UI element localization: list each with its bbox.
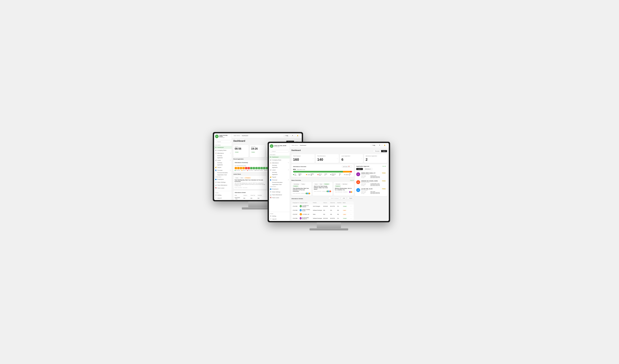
- front-sidebar-personal[interactable]: 👤 Personal ▾: [269, 179, 290, 181]
- front-sidebar-leave[interactable]: 🏖 Leave ▾: [269, 168, 290, 171]
- front-row1-more[interactable]: ···: [350, 205, 352, 207]
- back-personal-label: Personal: [217, 169, 223, 171]
- front-news-3-avatars: A B: [350, 191, 352, 193]
- front-sidebar-news-settings[interactable]: ⚙ News Settings: [269, 190, 290, 193]
- back-sidebar-logout[interactable]: ↩ Log out: [214, 196, 232, 199]
- front-employee-search[interactable]: ⌕ Search employee: [328, 197, 340, 199]
- back-help-label: Help: [286, 135, 288, 136]
- front-row2-more[interactable]: ···: [350, 210, 352, 211]
- front-attendance-summary[interactable]: Summary: [269, 164, 290, 166]
- front-sidebar-team-attendance[interactable]: 📊 Team Attendance: [269, 193, 290, 196]
- back-help-btn[interactable]: ? Help: [283, 134, 290, 137]
- front-row4-action[interactable]: ···: [350, 217, 352, 219]
- back-sidebar-team-attendance[interactable]: 📊 Team Attendance: [214, 184, 232, 186]
- front-payroll-label: Payroll: [272, 176, 276, 178]
- front-sidebar-attendance[interactable]: 📋 Attendance ▾: [269, 161, 290, 164]
- front-sidebar-team-leave[interactable]: 📆 Team Leave: [269, 196, 290, 199]
- back-sidebar-dashboard[interactable]: ⊞ Dashboard: [214, 146, 232, 149]
- back-sidebar-setting[interactable]: ⚙ Setting: [214, 194, 232, 196]
- back-sidebar-personal[interactable]: 👤 Personal ▾: [214, 169, 232, 172]
- front-sidebar-payroll[interactable]: 💰 Payroll: [269, 176, 290, 179]
- front-news-2-tags: Survey Event Published: [314, 183, 331, 185]
- back-leave-application[interactable]: Application: [214, 164, 232, 166]
- front-personal-info[interactable]: Personal Information: [269, 181, 290, 183]
- back-notif-icon: 🔔: [297, 135, 298, 136]
- front-row3-action[interactable]: ···: [350, 213, 352, 215]
- front-news-view-all[interactable]: View All: [350, 180, 354, 181]
- front-approval-2-to-value: 02/07/2024 06:00 PM: [370, 185, 380, 186]
- front-approval-tabs: Leave 6 Attendance 1: [356, 168, 386, 170]
- front-row3-more[interactable]: ···: [350, 213, 352, 215]
- front-help-btn[interactable]: ? Help: [370, 144, 377, 147]
- front-emp-search-icon: ⌕: [329, 198, 330, 199]
- back-sidebar-employees[interactable]: 👥 Employees: [214, 178, 232, 181]
- front-logout-label: Log out: [272, 218, 276, 220]
- front-leave-tab[interactable]: Leave 6: [356, 168, 363, 170]
- back-sidebar-leave[interactable]: 🏖 Leave ▾: [214, 159, 232, 162]
- back-sidebar-company-news[interactable]: 📰 Company News: [214, 149, 232, 152]
- legend-notontime-dot: [247, 170, 248, 171]
- front-approval-3-name: LUI HOI YEE, ALICE: [361, 188, 381, 190]
- front-sort-label: Sort: [343, 198, 345, 199]
- cal-day-2: 2: [237, 167, 239, 169]
- front-search[interactable]: ⌕ Search: [270, 150, 289, 153]
- back-attendance-application[interactable]: Application: [214, 157, 232, 159]
- front-row4-status: On time: [343, 218, 350, 219]
- front-sidebar-employees[interactable]: 👥 Employees: [269, 187, 290, 190]
- front-attendance-tab[interactable]: Attendance 1: [364, 168, 373, 170]
- back-user-info: CHAN TSZ WAI, KEVIN HR Manager: [219, 135, 231, 138]
- back-sidebar-attendance[interactable]: 📋 Attendance ▾: [214, 152, 232, 154]
- front-leave-application[interactable]: Application: [269, 173, 290, 176]
- back-org-chart[interactable]: Organization Chart: [214, 174, 232, 176]
- front-attendance-application[interactable]: Application: [269, 166, 290, 168]
- back-sidebar-payroll[interactable]: 💰 Payroll: [214, 166, 232, 169]
- back-user-profile[interactable]: CK CHAN TSZ WAI, KEVIN HR Manager: [214, 133, 232, 140]
- front-export-btn[interactable]: ↑ Export: [347, 197, 354, 199]
- front-overview-header: Attendance Overview 29/07/2024 📅 ⋮: [293, 166, 352, 168]
- front-sidebar-dashboard[interactable]: ⊞ Dashboard: [269, 155, 290, 158]
- front-approval-view-all[interactable]: View All: [382, 166, 386, 167]
- back-leave-summary[interactable]: Summary: [214, 162, 232, 164]
- front-org-chart[interactable]: Organization Chart: [269, 183, 290, 185]
- back-other-label: Other: [214, 192, 232, 194]
- front-approval-2-info: CHEUNG SIU CHUEN, KARIS Marketing Assist…: [361, 180, 381, 186]
- front-row1-action[interactable]: ···: [350, 205, 352, 207]
- back-mail-btn[interactable]: ✉: [291, 134, 295, 137]
- front-row4-more[interactable]: ···: [350, 217, 352, 219]
- front-sidebar-company-news[interactable]: 📰 Company News: [269, 158, 290, 161]
- front-news-1-tag3: Published: [293, 185, 298, 187]
- front-notif-btn[interactable]: 🔔: [382, 144, 387, 147]
- back-notif-btn[interactable]: 🔔: [295, 134, 300, 137]
- back-news-tag-inprogress: In Progress: [244, 177, 251, 179]
- front-overview-date[interactable]: 29/07/2024 📅 ⋮: [342, 166, 352, 168]
- front-attendance-label: Attendance: [272, 162, 279, 164]
- front-sidebar-setting[interactable]: ⚙ Setting: [269, 215, 290, 217]
- front-row1-status: On time: [343, 206, 350, 207]
- front-main-area: Attendance Overview 29/07/2024 📅 ⋮ 80%: [291, 164, 387, 220]
- back-personal-info[interactable]: Personal Information: [214, 172, 232, 174]
- cal-day-3: 3: [240, 167, 242, 169]
- back-attendance-summary[interactable]: Summary: [214, 154, 232, 157]
- front-page-title: Dashboard: [291, 149, 301, 151]
- front-sort-btn[interactable]: ↕ Sort: [341, 197, 346, 199]
- legend-business-dot: [255, 170, 255, 171]
- front-toggle-personal[interactable]: Personal: [373, 150, 381, 152]
- front-row2-action[interactable]: ···: [350, 210, 352, 211]
- front-mail-btn[interactable]: ✉: [378, 144, 381, 147]
- front-user-profile[interactable]: CK CHAN TSZ WAI, KEVIN HR Manager: [269, 143, 290, 149]
- back-sidebar-news-settings[interactable]: ⚙ News Settings: [214, 181, 232, 184]
- back-sidebar-team-leave[interactable]: 📆 Team Leave: [214, 186, 232, 189]
- front-leave-stat-value: 12.5% · 20: [311, 173, 316, 176]
- front-row2-empname: AC CHAN YU WING, ALLEN: [300, 209, 312, 211]
- front-toggle-team[interactable]: Team: [381, 150, 387, 152]
- front-row4-avatar: KH: [300, 217, 302, 219]
- front-dashboard-label: Dashboard: [272, 156, 278, 158]
- front-sidebar-logout[interactable]: ↩ Log out: [269, 217, 290, 220]
- front-team-leave-label: Team Leave: [272, 197, 279, 198]
- front-stat-ontime: On time 84.3% · 135: [293, 173, 304, 176]
- front-absent-value: 0% · 0: [349, 173, 352, 176]
- front-news-3-tag1: Information: [335, 183, 341, 185]
- front-total-attendance-card: Total Attendance 140 ›: [316, 154, 339, 163]
- front-leave-summary[interactable]: Summary: [269, 171, 290, 173]
- back-search[interactable]: ⌕ Search: [215, 140, 231, 143]
